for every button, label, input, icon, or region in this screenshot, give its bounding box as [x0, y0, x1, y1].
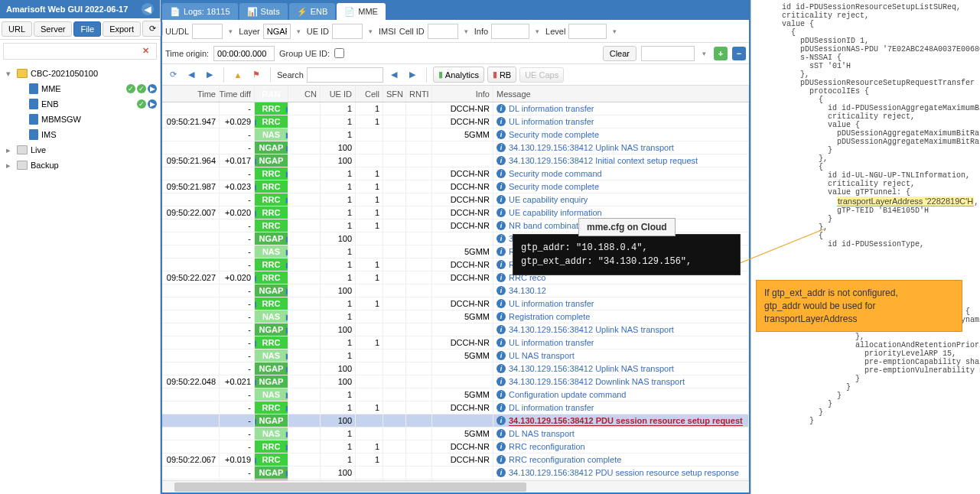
- tree-item[interactable]: IMS: [3, 127, 157, 142]
- info-icon[interactable]: i: [497, 143, 506, 152]
- rb-button[interactable]: ▮RB: [487, 67, 516, 83]
- uldl-input[interactable]: [192, 24, 223, 39]
- info-icon[interactable]: i: [497, 429, 506, 438]
- table-row[interactable]: -NGAP▶100i34.130.129.156:38412 Uplink NA…: [162, 362, 749, 375]
- ueid-input[interactable]: [332, 24, 363, 39]
- tab-logs-[interactable]: 📄Logs: 18115: [162, 3, 238, 20]
- dropdown-icon[interactable]: ▾: [461, 28, 471, 35]
- time-origin-input[interactable]: [213, 46, 275, 61]
- table-row[interactable]: -RRC◀11DCCH-NRiUL information transfer: [162, 336, 749, 349]
- table-row[interactable]: -NGAP▶100i34.130.129.156:38412 Uplink NA…: [162, 141, 749, 154]
- group-ueid-checkbox[interactable]: [334, 48, 344, 58]
- layer-input[interactable]: [263, 24, 291, 39]
- info-icon[interactable]: i: [497, 104, 506, 113]
- warning-icon[interactable]: ▲: [230, 67, 246, 83]
- export-button[interactable]: Export: [103, 21, 141, 37]
- clear-search-icon[interactable]: ✕: [142, 46, 149, 56]
- info-icon[interactable]: i: [497, 312, 506, 321]
- dropdown-icon[interactable]: ▾: [699, 50, 709, 57]
- prev-icon[interactable]: ◀: [184, 67, 199, 83]
- dropdown-icon[interactable]: ▾: [610, 28, 620, 35]
- collapse-sidebar-icon[interactable]: ◀: [142, 3, 154, 15]
- add-icon[interactable]: +: [714, 47, 728, 60]
- dropdown-icon[interactable]: ▾: [366, 28, 376, 35]
- table-row[interactable]: 09:50:22.067+0.019RRC◀11DCCH-NRiRRC reco…: [162, 453, 749, 466]
- tree-root[interactable]: ▾ CBC-2021050100: [3, 66, 157, 81]
- table-row[interactable]: 09:50:22.048+0.021NGAP◀100i34.130.129.15…: [162, 375, 749, 388]
- info-input[interactable]: [491, 24, 529, 39]
- info-icon[interactable]: i: [497, 416, 506, 425]
- info-icon[interactable]: i: [497, 364, 506, 373]
- info-icon[interactable]: i: [497, 299, 506, 308]
- flag-icon[interactable]: ⚑: [249, 67, 264, 83]
- log-table-body[interactable]: -RRC▶11DCCH-NRiDL information transfer09…: [162, 102, 749, 480]
- info-icon[interactable]: i: [497, 260, 506, 269]
- refresh-icon[interactable]: ⟳: [165, 67, 181, 83]
- tree-item[interactable]: MME✓✓▶: [3, 81, 157, 96]
- cellid-input[interactable]: [428, 24, 458, 39]
- search-prev-icon[interactable]: ◀: [386, 67, 402, 83]
- table-row[interactable]: -NGAP▶100i34.130.129.156:38412 PDU sessi…: [162, 466, 749, 479]
- info-icon[interactable]: i: [497, 286, 506, 295]
- tree-backup[interactable]: ▸ Backup: [3, 158, 157, 173]
- dropdown-icon[interactable]: ▾: [532, 28, 542, 35]
- table-row[interactable]: -RRC▶11DCCH-NRiDL information transfer: [162, 401, 749, 414]
- tree-item[interactable]: ENB✓▶: [3, 96, 157, 112]
- table-row[interactable]: -NAS▶15GMMiDL NAS transport: [162, 427, 749, 440]
- table-row[interactable]: -RRC▶11DCCH-NRiUE capability enquiry: [162, 193, 749, 206]
- table-row[interactable]: -RRC▶11DCCH-NRiDL information transfer: [162, 102, 749, 115]
- info-icon[interactable]: i: [497, 195, 506, 204]
- clear-button[interactable]: Clear: [603, 46, 637, 61]
- col-cell[interactable]: Cell: [356, 86, 383, 102]
- server-button[interactable]: Server: [34, 21, 72, 37]
- col-time[interactable]: Time: [162, 86, 220, 102]
- info-icon[interactable]: i: [497, 130, 506, 139]
- info-icon[interactable]: i: [497, 455, 506, 464]
- table-row[interactable]: -RRC▶11DCCH-NRiSecurity mode command: [162, 167, 749, 180]
- table-row[interactable]: 09:50:21.987+0.023RRC◀11DCCH-NRiSecurity…: [162, 180, 749, 193]
- col-cn[interactable]: CN: [288, 86, 321, 102]
- tree-toggle-icon[interactable]: ▾: [6, 69, 14, 79]
- table-row[interactable]: -NGAP▶100i34.130.129.156:38412 Uplink NA…: [162, 323, 749, 336]
- horizontal-scrollbar[interactable]: [162, 480, 749, 492]
- info-icon[interactable]: i: [497, 351, 506, 360]
- table-row[interactable]: -NAS▶15GMMiRegistration complete: [162, 310, 749, 323]
- info-icon[interactable]: i: [497, 390, 506, 399]
- info-icon[interactable]: i: [497, 156, 506, 165]
- info-icon[interactable]: i: [497, 442, 506, 451]
- col-sfn[interactable]: SFN: [383, 86, 406, 102]
- tree-toggle-icon[interactable]: ▸: [6, 145, 14, 155]
- info-icon[interactable]: i: [497, 117, 506, 126]
- url-button[interactable]: URL: [2, 21, 32, 37]
- table-row[interactable]: -NGAP▶100i34.130.12: [162, 284, 749, 297]
- table-row[interactable]: 09:50:21.964+0.017NGAP◀100i34.130.129.15…: [162, 154, 749, 167]
- info-icon[interactable]: i: [497, 182, 506, 191]
- info-icon[interactable]: i: [497, 468, 506, 477]
- col-message[interactable]: Message: [493, 86, 749, 102]
- search-input[interactable]: [307, 67, 383, 83]
- file-button[interactable]: File: [73, 21, 101, 37]
- info-icon[interactable]: i: [497, 325, 506, 334]
- table-row[interactable]: -NAS▶15GMMiUL NAS transport: [162, 349, 749, 362]
- info-icon[interactable]: i: [497, 403, 506, 412]
- info-icon[interactable]: i: [497, 169, 506, 178]
- table-row[interactable]: 09:50:21.947+0.029RRC◀11DCCH-NRiUL infor…: [162, 115, 749, 128]
- info-icon[interactable]: i: [497, 377, 506, 386]
- detail-panel[interactable]: id id-PDUSessionResourceSetupListSUReq, …: [750, 0, 980, 494]
- table-row[interactable]: -NAS▶15GMMiSecurity mode complete: [162, 128, 749, 141]
- dropdown-icon[interactable]: ▾: [226, 28, 236, 35]
- tree-live[interactable]: ▸ Live: [3, 142, 157, 158]
- table-row[interactable]: -RRC◀11DCCH-NRiUL information transfer: [162, 297, 749, 310]
- search-next-icon[interactable]: ▶: [405, 67, 420, 83]
- tab-enb[interactable]: ⚡ENB: [289, 3, 336, 20]
- info-icon[interactable]: i: [497, 221, 506, 230]
- info-icon[interactable]: i: [497, 208, 506, 217]
- table-row[interactable]: -NAS▶15GMMiConfiguration update command: [162, 388, 749, 401]
- table-row[interactable]: -NGAP◀100i34.130.129.156:38412 PDU sessi…: [162, 414, 749, 427]
- tab-stats[interactable]: 📊Stats: [239, 3, 288, 20]
- info-icon[interactable]: i: [497, 338, 506, 347]
- clear-filter-input[interactable]: [641, 46, 695, 61]
- info-icon[interactable]: i: [497, 234, 506, 243]
- tab-mme[interactable]: 📄MME: [337, 3, 386, 20]
- tree-search-input[interactable]: [3, 43, 157, 60]
